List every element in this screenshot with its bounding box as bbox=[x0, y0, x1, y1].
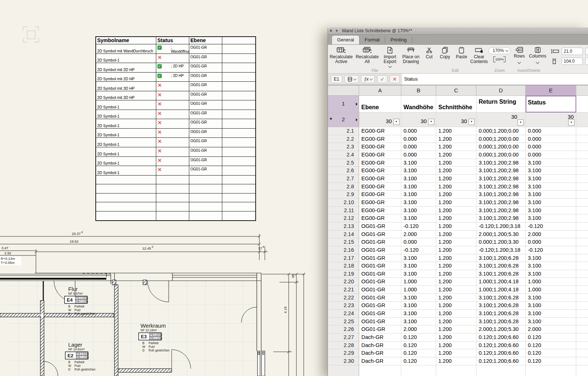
row-header-2.26[interactable]: 2.26 bbox=[328, 325, 359, 333]
cell-c-2.21[interactable]: 1.200 bbox=[436, 286, 476, 294]
cell-f-2.29[interactable] bbox=[576, 349, 588, 357]
row-header-2.15[interactable]: 2.15 bbox=[328, 238, 359, 246]
row-header-2.5[interactable]: 2.5 bbox=[328, 159, 359, 167]
cell-b-2.24[interactable]: 3.100 bbox=[401, 310, 436, 318]
cancel-formula-button[interactable]: ✕ bbox=[390, 75, 400, 83]
filter-dropdown-icon[interactable]: ▾ bbox=[428, 119, 434, 125]
cell-a-2.26[interactable]: OG01-GR bbox=[359, 325, 401, 333]
cell-d-2.29[interactable]: 0.120;1.200;6.60 bbox=[476, 349, 526, 357]
chevron-down-icon[interactable] bbox=[536, 60, 540, 64]
row-header-2.14[interactable]: 2.14 bbox=[328, 231, 359, 239]
cell-b2[interactable]: 30 ▾ bbox=[401, 113, 436, 127]
cell-e-2.23[interactable]: 3.100 bbox=[526, 302, 576, 310]
filter-dropdown-icon[interactable]: ▾ bbox=[468, 119, 475, 125]
cell-e2[interactable]: 30 ▾ bbox=[526, 113, 576, 127]
cell-b-2.8[interactable]: 3.100 bbox=[401, 183, 436, 191]
cell-b-2.27[interactable]: 0.120 bbox=[401, 333, 436, 342]
cell-reference-box[interactable]: E1 bbox=[331, 75, 342, 83]
column-width-stepper[interactable] bbox=[585, 58, 588, 65]
corner-cell[interactable] bbox=[328, 85, 359, 96]
cell-b-2.12[interactable]: 3.100 bbox=[401, 214, 436, 222]
cell-f-2.24[interactable] bbox=[576, 310, 588, 318]
cell-c-2.29[interactable]: 1.200 bbox=[436, 349, 476, 357]
cell-f-2.4[interactable] bbox=[576, 151, 588, 159]
cell-b-2.18[interactable]: 3.100 bbox=[401, 262, 436, 270]
cell-d-2.7[interactable]: 3.100;1.200;2.98 bbox=[476, 175, 526, 183]
cell-e-2.13[interactable]: -0.120 bbox=[526, 222, 576, 231]
cell-b-2.1[interactable]: 0.000 bbox=[401, 127, 436, 135]
function-menu-button[interactable]: ƒx bbox=[361, 75, 375, 83]
cell-b-2.5[interactable]: 3.100 bbox=[401, 159, 436, 167]
cell-f-2.5[interactable] bbox=[576, 159, 588, 167]
cell-d-2.22[interactable]: 3.100;1.200;6.28 bbox=[476, 294, 526, 302]
cell-e-2.10[interactable]: 3.100 bbox=[526, 199, 576, 207]
cell-c-2.20[interactable]: 1.200 bbox=[436, 278, 476, 286]
cell-c-2.25[interactable]: 1.200 bbox=[436, 318, 476, 326]
cell-c-2.7[interactable]: 1.200 bbox=[436, 175, 476, 183]
cell-b-blank[interactable] bbox=[401, 365, 436, 376]
cell-c-2.9[interactable]: 1.200 bbox=[436, 191, 476, 199]
cell-b-2.17[interactable]: 3.100 bbox=[401, 254, 436, 262]
column-width-field[interactable]: 104.0 bbox=[562, 58, 583, 65]
cell-f-2.15[interactable] bbox=[576, 238, 588, 246]
row-header-2.18[interactable]: 2.18 bbox=[328, 262, 359, 270]
cell-f-2.6[interactable] bbox=[576, 167, 588, 175]
cell-a-2.8[interactable]: EG00-GR bbox=[359, 183, 401, 191]
cell-c-2.12[interactable]: 1.200 bbox=[436, 214, 476, 222]
cell-b-2.28[interactable]: 0.120 bbox=[401, 342, 436, 350]
cell-e-2.4[interactable]: 0.000 bbox=[526, 151, 576, 159]
cell-f-2.9[interactable] bbox=[576, 191, 588, 199]
cell-f-2.1[interactable] bbox=[576, 127, 588, 135]
cell-d-2.21[interactable]: 1.000;1.200;4.18 bbox=[476, 286, 526, 294]
chevron-down-icon[interactable] bbox=[388, 64, 392, 68]
cell-f-2.21[interactable] bbox=[576, 286, 588, 294]
cell-e-2.19[interactable]: 3.100 bbox=[526, 270, 576, 278]
cell-f-2.30[interactable] bbox=[576, 357, 588, 365]
row-header-2.2[interactable]: 2.2 bbox=[328, 135, 359, 143]
cell-d-2.9[interactable]: 3.100;1.200;2.98 bbox=[476, 191, 526, 199]
cell-f-2.11[interactable] bbox=[576, 207, 588, 215]
cell-d-2.6[interactable]: 3.100;1.200;2.98 bbox=[476, 167, 526, 175]
cell-f-blank[interactable] bbox=[576, 365, 588, 376]
row-header-2.9[interactable]: 2.9 bbox=[328, 191, 359, 199]
cell-e-2.6[interactable]: 3.100 bbox=[526, 167, 576, 175]
cell-e-2.16[interactable]: -0.120 bbox=[526, 246, 576, 254]
cell-d-2.11[interactable]: 3.100;1.200;2.98 bbox=[476, 207, 526, 215]
tab-general[interactable]: General bbox=[332, 35, 359, 44]
cell-a-2.27[interactable]: Dach-GR bbox=[359, 333, 401, 342]
cell-a-2.1[interactable]: EG00-GR bbox=[359, 127, 401, 135]
row-header-2.24[interactable]: 2.24 bbox=[328, 310, 359, 318]
cell-e1-selected[interactable]: Status bbox=[526, 96, 576, 113]
cell-c-2.22[interactable]: 1.200 bbox=[436, 294, 476, 302]
cell-e-blank[interactable] bbox=[526, 365, 576, 376]
cell-a-2.13[interactable]: OG01-GR bbox=[359, 222, 401, 231]
cell-c-blank[interactable] bbox=[436, 365, 476, 376]
row-height-stepper[interactable] bbox=[585, 48, 588, 55]
cell-e-2.28[interactable]: 0.120 bbox=[526, 342, 576, 350]
cell-c-2.17[interactable]: 1.200 bbox=[436, 254, 476, 262]
row-header-2.29[interactable]: 2.29 bbox=[328, 349, 359, 357]
cell-d-2.12[interactable]: 3.100;1.200;2.98 bbox=[476, 214, 526, 222]
cell-e-2.9[interactable]: 3.100 bbox=[526, 191, 576, 199]
row-header-2.17[interactable]: 2.17 bbox=[328, 254, 359, 262]
cell-c-2.19[interactable]: 1.200 bbox=[436, 270, 476, 278]
cell-b-2.20[interactable]: 1.000 bbox=[401, 278, 436, 286]
cell-f1[interactable] bbox=[576, 96, 588, 113]
row-header-2.12[interactable]: 2.12 bbox=[328, 214, 359, 222]
cell-d2[interactable]: 30 ▾ bbox=[476, 113, 526, 127]
cell-d-2.23[interactable]: 3.100;1.200;6.28 bbox=[476, 302, 526, 310]
cell-b-2.25[interactable]: 3.100 bbox=[401, 318, 436, 326]
cell-d-2.2[interactable]: 0.000;1.200;0.00 bbox=[476, 135, 526, 143]
cell-b-2.10[interactable]: 3.100 bbox=[401, 199, 436, 207]
cell-d-2.4[interactable]: 0.000;1.200;0.00 bbox=[476, 151, 526, 159]
cell-b-2.14[interactable]: 2.000 bbox=[401, 231, 436, 239]
cell-a-2.20[interactable]: OG01-GR bbox=[359, 278, 401, 286]
cell-e-2.29[interactable]: 0.120 bbox=[526, 349, 576, 357]
cell-f-2.16[interactable] bbox=[576, 246, 588, 254]
cell-d-2.26[interactable]: 2.000;1.200;5.30 bbox=[476, 325, 526, 333]
cell-a-2.22[interactable]: OG01-GR bbox=[359, 294, 401, 302]
cell-f-2.25[interactable] bbox=[576, 318, 588, 326]
cell-f-2.26[interactable] bbox=[576, 325, 588, 333]
cell-e-2.5[interactable]: 3.100 bbox=[526, 159, 576, 167]
cell-d-2.15[interactable]: 0.000;1.200;3.30 bbox=[476, 238, 526, 246]
